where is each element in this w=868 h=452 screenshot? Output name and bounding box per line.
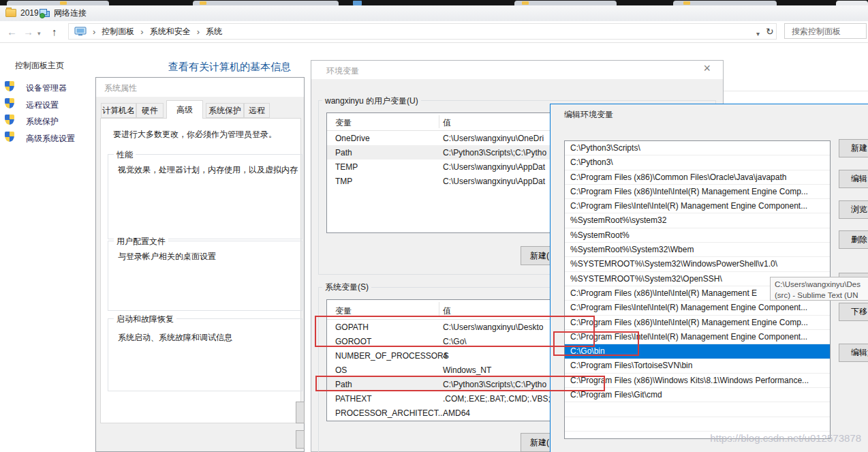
delete-button[interactable]: 删除 (839, 230, 868, 249)
tab-system-protection[interactable]: 系统保护 (206, 103, 244, 118)
list-item[interactable]: %SystemRoot%\System32\Wbem (565, 243, 830, 257)
background-tab[interactable] (514, 1, 617, 5)
breadcrumb-system-security[interactable]: 系统和安全 (150, 26, 191, 37)
folder-icon (5, 9, 16, 17)
search-box[interactable] (784, 23, 867, 39)
divider (724, 91, 868, 91)
list-item[interactable]: C:\Program Files\TortoiseSVN\bin (565, 359, 830, 373)
chevron-icon: › (197, 27, 200, 37)
page-title: 查看有关计算机的基本信息 (168, 61, 291, 74)
breadcrumb-control-panel[interactable]: 控制面板 (102, 26, 134, 37)
dialog-titlebar[interactable]: 环境变量 × (311, 61, 723, 79)
group-desc: 视觉效果，处理器计划，内存使用，以及虚拟内存 (118, 164, 298, 176)
group-label: 启动和故障恢复 (114, 314, 176, 325)
folder-icon (683, 1, 690, 5)
background-tab[interactable] (7, 1, 109, 5)
move-down-button[interactable]: 下移 (839, 303, 868, 321)
uac-shield-icon (5, 132, 14, 142)
browse-button[interactable]: 浏览 (839, 200, 868, 219)
edit-button[interactable]: 编辑 (839, 170, 868, 188)
startup-recovery-group (108, 318, 303, 391)
list-item[interactable]: C:\Program Files (x86)\Intel\Intel(R) Ma… (565, 316, 830, 330)
system-properties-dialog: 系统属性 计算机名 硬件 高级 系统保护 远程 要进行大多数更改，你必须作为管理… (95, 77, 305, 452)
group-label: 性能 (114, 149, 136, 161)
list-item[interactable]: C:\Python3\Scripts\ (565, 141, 830, 155)
new-button[interactable]: 新建 (839, 139, 868, 157)
close-icon[interactable]: × (703, 61, 711, 76)
refresh-icon[interactable]: ↻ (766, 27, 774, 37)
sidebar-item-system-protection[interactable]: 系统保护 (26, 116, 59, 127)
browser-tab-strip (0, 0, 868, 5)
list-item[interactable]: C:\Python3\ (565, 155, 830, 170)
chevron-icon: › (93, 27, 95, 37)
tooltip-line: (src) - Sublime Text (UN (775, 290, 864, 301)
dialog-title: 环境变量 (326, 65, 359, 77)
list-item[interactable]: C:\Program Files\Intel\Intel(R) Manageme… (565, 199, 830, 213)
dialog-titlebar[interactable]: 系统属性 (96, 78, 304, 97)
breadcrumb-system[interactable]: 系统 (206, 26, 222, 37)
button-fragment[interactable] (296, 430, 305, 449)
back-icon[interactable]: ← (7, 27, 17, 37)
tooltip-line: C:\Users\wangxinyu\Des (775, 279, 864, 290)
column-header-variable[interactable]: 变量 (335, 117, 352, 129)
dialog-title: 编辑环境变量 (564, 109, 613, 121)
recent-pages-dropdown-icon[interactable]: ▾ (37, 29, 41, 39)
list-item[interactable]: %SystemRoot% (565, 228, 830, 243)
search-input[interactable] (785, 24, 868, 38)
group-label: 系统变量(S) (322, 282, 371, 293)
uac-shield-icon (5, 98, 14, 108)
network-icon (40, 9, 50, 17)
tab-advanced[interactable]: 高级 (166, 100, 203, 119)
column-divider[interactable] (439, 302, 439, 317)
list-item-empty[interactable] (565, 417, 830, 432)
tab-label: 网络连接 (54, 7, 87, 19)
computer-icon (74, 27, 87, 36)
background-tab[interactable] (836, 1, 868, 5)
uac-shield-icon (5, 81, 14, 91)
tab-hardware[interactable]: 硬件 (136, 103, 164, 118)
list-item[interactable]: %SYSTEMROOT%\System32\WindowsPowerShell\… (565, 257, 830, 271)
column-header-value[interactable]: 值 (443, 117, 451, 129)
sidebar-item-remote-settings[interactable]: 远程设置 (26, 100, 59, 111)
tab-computer-name[interactable]: 计算机名 (101, 103, 136, 118)
watermark: https://blog.csdn.net/u012573878 (695, 432, 861, 444)
list-item-empty[interactable] (565, 402, 830, 417)
button-fragment[interactable] (296, 402, 305, 423)
chevron-icon: › (140, 27, 143, 37)
background-tab[interactable] (193, 1, 339, 5)
forward-icon[interactable]: → (23, 27, 33, 37)
list-item[interactable]: C:\Program Files (x86)\Intel\Intel(R) Ma… (565, 185, 830, 199)
address-dropdown-icon[interactable]: ▾ (756, 29, 760, 39)
group-desc: 系统启动、系统故障和调试信息 (118, 332, 232, 344)
list-item[interactable]: C:\Program Files\Intel\Intel(R) Manageme… (565, 301, 830, 315)
edit-text-button[interactable]: 编辑文 (839, 344, 868, 362)
tab-network-connections[interactable]: 网络连接 (35, 5, 91, 20)
annotation-box-go-bin (553, 331, 639, 356)
folder-icon (522, 1, 529, 5)
folder-icon (200, 1, 206, 5)
explorer-toolbar: ← → ▾ ↑ › 控制面板 › 系统和安全 › 系统 ▾ ↻ (0, 21, 868, 43)
annotation-box-path (315, 376, 605, 391)
dialog-title: 系统属性 (104, 82, 137, 94)
list-item[interactable]: %SystemRoot%\system32 (565, 213, 830, 228)
tab-remote[interactable]: 远程 (244, 103, 270, 118)
tooltip: C:\Users\wangxinyu\Des (src) - Sublime T… (770, 277, 868, 301)
sidebar-item-advanced-settings[interactable]: 高级系统设置 (26, 133, 75, 145)
app-icon (353, 1, 362, 5)
sidebar-item-home[interactable]: 控制面板主页 (15, 60, 64, 72)
folder-icon (60, 1, 67, 5)
group-desc: 与登录帐户相关的桌面设置 (118, 251, 216, 262)
tab-row: 2019 网络连接 (0, 5, 868, 22)
address-bar[interactable]: › 控制面板 › 系统和安全 › 系统 (68, 23, 777, 40)
sidebar-item-device-manager[interactable]: 设备管理器 (26, 82, 67, 94)
uac-shield-icon (5, 115, 14, 125)
admin-note: 要进行大多数更改，你必须作为管理员登录。 (113, 129, 277, 140)
group-label: wangxinyu 的用户变量(U) (322, 95, 421, 107)
column-divider[interactable] (439, 115, 439, 128)
list-item[interactable]: C:\Program Files (x86)\Common Files\Orac… (565, 170, 830, 185)
group-label: 用户配置文件 (114, 236, 168, 247)
up-icon[interactable]: ↑ (52, 27, 57, 37)
